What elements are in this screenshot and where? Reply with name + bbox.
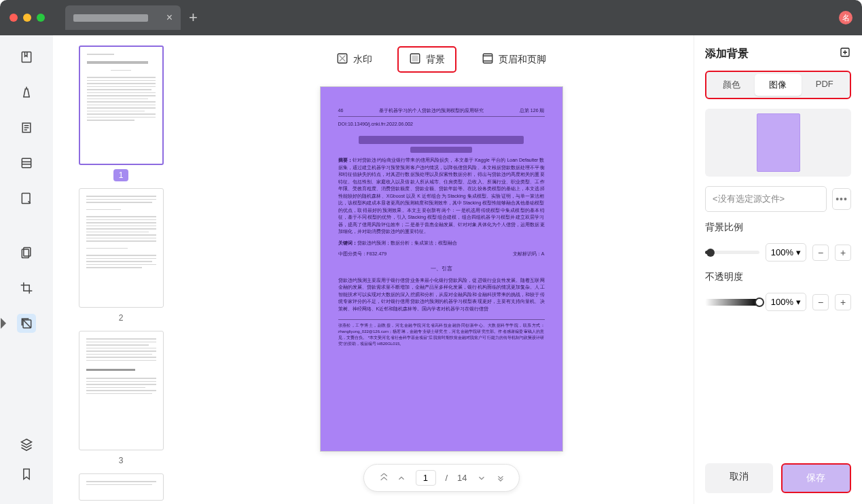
thumbnail-number: 2 <box>113 312 129 324</box>
svg-rect-9 <box>483 54 492 63</box>
thumbnail-page-1[interactable] <box>79 46 164 165</box>
scale-label: 背景比例 <box>705 221 851 234</box>
thumbnail-page-4[interactable] <box>79 473 164 501</box>
scale-value-select[interactable]: 100% ▾ <box>766 243 806 262</box>
top-mode-tabs: 水印 背景 页眉和页脚 <box>189 35 694 78</box>
tab-add-icon[interactable]: + <box>189 9 198 26</box>
thumbnail-item[interactable]: 3 <box>79 331 164 467</box>
prev-page-icon[interactable] <box>396 473 406 483</box>
scale-slider[interactable] <box>705 251 759 254</box>
last-page-icon[interactable] <box>496 473 505 483</box>
app-window: × + 名 <box>0 0 862 504</box>
thumbnail-page-2[interactable] <box>79 188 164 308</box>
cancel-button[interactable]: 取消 <box>705 463 773 493</box>
scale-plus-button[interactable]: + <box>835 245 851 261</box>
source-file-row: <没有选定源文件> ••• <box>705 186 851 212</box>
background-type-segmented: 颜色 图像 PDF <box>705 71 851 99</box>
thumbnail-page-3[interactable] <box>79 331 164 450</box>
source-more-icon[interactable]: ••• <box>832 188 851 210</box>
layers-icon[interactable] <box>17 435 36 454</box>
body-area: 1 2 <box>0 35 862 504</box>
annotate-tool-icon[interactable] <box>17 83 36 102</box>
scale-minus-button[interactable]: − <box>812 245 829 261</box>
page-issue: 总第 126 期 <box>520 107 545 115</box>
opacity-minus-button[interactable]: − <box>812 294 829 310</box>
opacity-value-select[interactable]: 100% ▾ <box>766 293 806 311</box>
opacity-slider[interactable] <box>705 299 759 306</box>
section-heading: 一、引言 <box>338 265 545 273</box>
abstract-paragraph: 摘要：针对贷款违约给商业银行带来的信用风险损失，本文基于 Kaggle 平台的 … <box>338 157 545 236</box>
add-preset-icon[interactable] <box>839 46 851 61</box>
bookmark-ribbon-icon[interactable] <box>17 465 36 484</box>
sign-tool-icon[interactable] <box>17 189 36 208</box>
thumbnail-number: 3 <box>113 454 129 467</box>
page-navigator: / 14 <box>363 464 519 492</box>
redacted-line <box>410 147 472 153</box>
center-area: 水印 背景 页眉和页脚 46 基于机器学习的个人贷款违约预测模型的应用研究 总第… <box>189 35 694 504</box>
tab-label: 背景 <box>426 54 445 66</box>
background-tool-icon[interactable] <box>17 314 36 333</box>
tab-watermark[interactable]: 水印 <box>326 46 382 73</box>
seg-color[interactable]: 颜色 <box>708 74 755 96</box>
thumbnail-number: 1 <box>113 169 129 181</box>
panel-footer-buttons: 取消 保存 <box>705 463 851 493</box>
bookmark-tool-icon[interactable] <box>17 48 36 67</box>
document-tab[interactable]: × <box>65 5 181 30</box>
document-page[interactable]: 46 基于机器学习的个人贷款违约预测模型的应用研究 总第 126 期 DOI:1… <box>320 86 563 452</box>
thumbnail-item[interactable]: 1 <box>79 46 164 181</box>
header-footer-icon <box>482 52 494 67</box>
doi-text: DOI:10.13490/j.cnki.frr.2022.06.002 <box>338 121 545 128</box>
first-page-icon[interactable] <box>377 473 387 483</box>
avatar[interactable]: 名 <box>839 11 852 24</box>
thumbnail-item[interactable] <box>79 473 164 501</box>
svg-rect-8 <box>412 56 418 62</box>
svg-rect-0 <box>22 52 31 62</box>
thumbnail-panel: 1 2 <box>53 35 189 504</box>
tab-label: 水印 <box>353 54 372 66</box>
page-total: 14 <box>457 473 467 483</box>
classification-row: 中图分类号：F832.479 文献标识码：A <box>338 251 545 258</box>
intro-paragraph: 贷款违约预测主要应用于银行信贷业务来最小化银行贷款风险，促进银行业良性发展。随着… <box>338 277 545 313</box>
panel-header: 添加背景 <box>705 46 851 61</box>
svg-rect-1 <box>22 158 31 167</box>
form-tool-icon[interactable] <box>17 154 36 173</box>
opacity-control: 100% ▾ − + <box>705 293 851 311</box>
source-file-select[interactable]: <没有选定源文件> <box>705 186 827 212</box>
page-title: 基于机器学习的个人贷款违约预测模型的应用研究 <box>379 107 484 115</box>
tab-header-footer[interactable]: 页眉和页脚 <box>471 46 556 73</box>
seg-pdf[interactable]: PDF <box>802 74 848 96</box>
chevron-down-icon: ▾ <box>796 247 801 257</box>
file-stack-icon[interactable] <box>17 243 36 262</box>
document-viewport: 46 基于机器学习的个人贷款违约预测模型的应用研究 总第 126 期 DOI:1… <box>189 78 694 504</box>
window-minimize-icon[interactable] <box>23 14 31 22</box>
page-input[interactable] <box>415 470 435 486</box>
page-header: 46 基于机器学习的个人贷款违约预测模型的应用研究 总第 126 期 <box>338 107 545 117</box>
seg-image[interactable]: 图像 <box>755 74 801 96</box>
redacted-line <box>359 136 524 144</box>
left-toolbar <box>0 35 53 504</box>
save-button[interactable]: 保存 <box>781 463 852 493</box>
window-zoom-icon[interactable] <box>37 14 45 22</box>
tab-label: 页眉和页脚 <box>499 54 546 66</box>
window-close-icon[interactable] <box>10 14 18 22</box>
tab-bar: × + <box>65 0 198 35</box>
edit-tool-icon[interactable] <box>17 118 36 137</box>
page-separator: / <box>445 473 448 483</box>
preview-thumbnail <box>757 113 800 172</box>
right-panel: 添加背景 颜色 图像 PDF <没有选定源文件> ••• 背景比例 <box>694 35 862 504</box>
opacity-label: 不透明度 <box>705 271 851 283</box>
tab-title <box>73 14 148 22</box>
next-page-icon[interactable] <box>477 473 486 483</box>
thumbnail-item[interactable]: 2 <box>79 188 164 324</box>
crop-tool-icon[interactable] <box>17 278 36 298</box>
scale-control: 100% ▾ − + <box>705 243 851 262</box>
panel-title: 添加背景 <box>705 47 749 61</box>
page-number: 46 <box>338 107 344 115</box>
active-indicator-icon <box>1 314 6 333</box>
opacity-plus-button[interactable]: + <box>835 294 851 310</box>
watermark-icon <box>336 52 348 67</box>
background-icon <box>409 52 421 67</box>
tab-close-icon[interactable]: × <box>166 12 173 24</box>
titlebar: × + 名 <box>0 0 862 35</box>
tab-background[interactable]: 背景 <box>397 46 456 73</box>
